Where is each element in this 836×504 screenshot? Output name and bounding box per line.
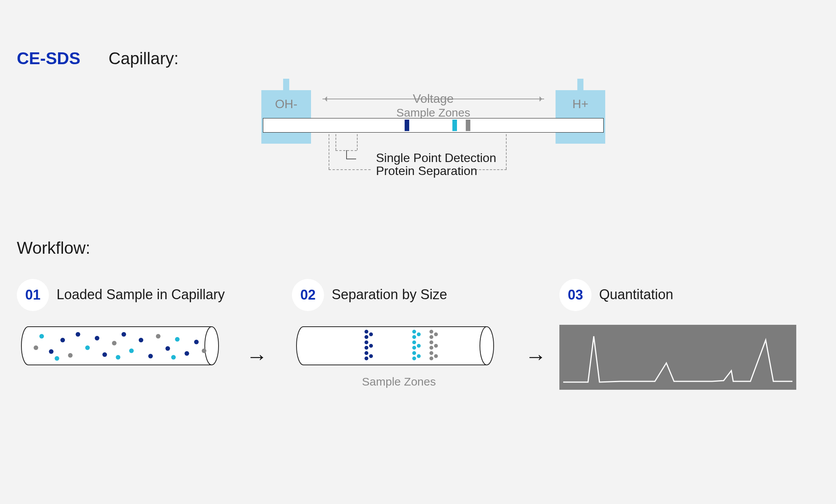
electrode-icon (577, 79, 583, 90)
workflow-heading: Workflow: (17, 238, 90, 258)
svg-point-52 (429, 335, 433, 339)
electropherogram-icon (559, 325, 796, 390)
svg-point-7 (60, 338, 65, 342)
svg-point-20 (175, 337, 180, 342)
svg-point-11 (95, 336, 99, 340)
svg-point-53 (429, 340, 433, 344)
svg-point-45 (412, 346, 416, 350)
single-point-detection-label: Single Point Detection (376, 151, 496, 165)
step-title: Separation by Size (332, 287, 447, 303)
protein-separation-label: Protein Separation (376, 164, 477, 178)
left-ion-label: OH- (261, 97, 311, 111)
svg-point-21 (185, 351, 189, 356)
dashed-connector (329, 169, 371, 170)
svg-point-50 (417, 354, 421, 358)
svg-point-59 (434, 354, 438, 358)
svg-point-38 (365, 357, 368, 360)
dashed-connector (506, 134, 507, 169)
arrow-right-icon: → (525, 344, 546, 369)
svg-point-46 (412, 351, 416, 355)
svg-point-43 (412, 335, 416, 339)
electrode-icon (283, 79, 289, 90)
svg-point-12 (102, 352, 107, 357)
step-number-badge: 03 (559, 279, 591, 311)
svg-point-4 (205, 327, 219, 365)
dashed-connector (475, 169, 507, 170)
capillary-tube (263, 118, 604, 133)
svg-point-16 (139, 338, 143, 342)
svg-point-55 (429, 351, 433, 355)
svg-point-54 (429, 346, 433, 350)
svg-point-23 (202, 348, 206, 353)
dashed-connector (329, 134, 329, 169)
loaded-capillary-illustration (21, 325, 219, 367)
svg-point-10 (85, 345, 90, 350)
voltage-label: Voltage (322, 92, 544, 106)
svg-point-40 (369, 344, 373, 348)
svg-point-39 (369, 332, 373, 336)
svg-point-22 (194, 340, 199, 344)
svg-point-37 (365, 351, 368, 355)
dashed-connector (335, 134, 336, 150)
capillary-diagram: Voltage Sample Zones OH- H+ S (261, 67, 605, 182)
separated-capillary-illustration (296, 325, 494, 367)
svg-point-33 (365, 330, 368, 334)
svg-point-48 (417, 332, 421, 336)
svg-point-5 (39, 334, 44, 339)
dashed-connector (357, 134, 358, 150)
step-number-badge: 02 (292, 279, 324, 311)
step-title: Quantitation (599, 287, 673, 303)
diagram-canvas: CE-SDS Capillary: Voltage Sample Zones O… (0, 0, 836, 504)
sample-zones-label: Sample Zones (261, 106, 605, 119)
svg-point-6 (49, 349, 53, 354)
svg-point-41 (369, 354, 373, 358)
voltage-arrow: Voltage (322, 94, 544, 103)
svg-point-51 (429, 330, 433, 334)
svg-point-8 (68, 353, 73, 358)
svg-point-27 (171, 355, 176, 360)
svg-point-57 (434, 332, 438, 336)
svg-point-36 (365, 346, 368, 350)
capillary-heading: Capillary: (109, 49, 178, 68)
svg-point-42 (412, 330, 416, 334)
svg-point-47 (412, 357, 416, 360)
svg-point-49 (417, 344, 421, 348)
svg-point-34 (365, 335, 368, 339)
svg-point-15 (129, 348, 134, 353)
protein-band-gray (466, 120, 470, 131)
svg-point-9 (76, 332, 80, 337)
svg-point-26 (116, 355, 120, 360)
svg-point-19 (165, 346, 170, 351)
protein-band-navy (405, 120, 409, 131)
svg-point-14 (122, 332, 126, 337)
svg-point-24 (34, 345, 38, 350)
svg-point-44 (412, 340, 416, 344)
svg-point-58 (434, 344, 438, 348)
arrow-right-icon: → (246, 344, 267, 369)
sample-zones-caption: Sample Zones (292, 375, 506, 388)
svg-point-32 (480, 327, 494, 365)
callouts: Single Point Detection Protein Separatio… (261, 134, 605, 180)
step-title: Loaded Sample in Capillary (57, 287, 225, 303)
workflow-steps: 01 Loaded Sample in Capillary (17, 279, 819, 432)
right-ion-label: H+ (556, 97, 605, 111)
svg-point-13 (112, 341, 117, 345)
svg-point-18 (156, 334, 160, 339)
svg-point-25 (55, 356, 59, 361)
elbow-connector-icon (346, 150, 356, 159)
svg-point-56 (429, 357, 433, 360)
svg-point-17 (148, 354, 153, 358)
protein-band-cyan (452, 120, 457, 131)
step-number-badge: 01 (17, 279, 49, 311)
svg-point-35 (365, 340, 368, 344)
method-title: CE-SDS (17, 49, 80, 68)
svg-rect-29 (303, 327, 487, 365)
